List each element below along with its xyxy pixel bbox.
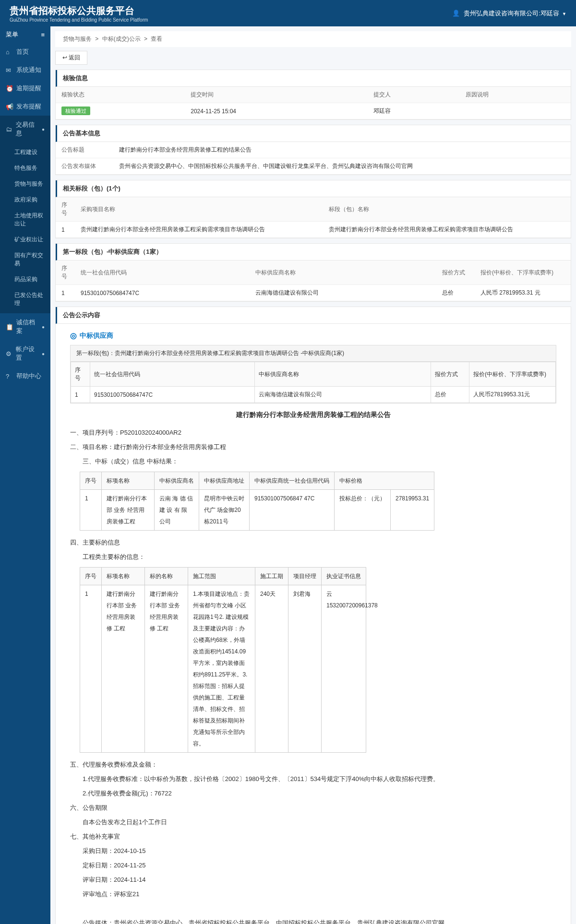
t1r2: 建行黔南分行本部 业务 经营用房装修工程 [102, 490, 155, 531]
back-button[interactable]: 返回 [55, 51, 87, 65]
menu-item-5[interactable]: 📋诚信档案● [0, 313, 50, 340]
t2h1: 序号 [80, 568, 102, 585]
announcement-main-title: 建行黔南分行本部业务经营用房装修工程的结果公告 [70, 411, 556, 419]
menu-item-2[interactable]: ⏰逾期提醒 [0, 79, 50, 97]
p7b: 定标日期：2024-11-25 [70, 859, 556, 872]
p4: 四、主要标的信息 [70, 536, 556, 549]
quote-price: 人民币 27819953.31 元 [475, 285, 571, 301]
submenu-item-5[interactable]: 矿业权出让 [0, 232, 50, 248]
table-row: 1 建行黔南分行本部 业务经营用房装修 工程 建行黔南分行本部 业务经营用房装修… [80, 585, 366, 753]
foot-line-0: 公告媒体：贵州省公共资源交易中心、贵州省招标投标公共服务平台、中国招标投标公共服… [70, 917, 556, 924]
t2h5: 施工工期 [255, 568, 288, 585]
p1: 一、项目序列号：P5201032024000AR2 [70, 426, 556, 439]
th-seq: 序号 [56, 197, 75, 222]
ath5: 报价(中标价、下浮率或费率) [469, 362, 556, 387]
th-seg-name: 标段（包）名称 [323, 197, 571, 222]
p6a: 自本公告发布之日起1个工作日 [70, 816, 556, 829]
breadcrumb: 货物与服务 > 中标(成交)公示 > 查看 [55, 31, 571, 47]
submenu-item-7[interactable]: 药品采购 [0, 272, 50, 287]
menu-icon: 📋 [6, 323, 12, 331]
th-reason: 原因说明 [460, 87, 571, 103]
winner-header: 中标供应商 [70, 331, 556, 340]
p7c: 评审日期：2024-11-14 [70, 874, 556, 886]
supp-name: 云南海德信建设有限公司 [250, 285, 436, 301]
ann-media-val: 贵州省公共资源交易中心、中国招标投标公共服务平台、中国建设银行龙集采平台、贵州弘… [113, 158, 571, 175]
submenu-item-4[interactable]: 土地使用权出让 [0, 208, 50, 232]
panel-ann-title: 公告公示内容 [56, 307, 571, 324]
menu-label: 发布提醒 [16, 102, 41, 111]
ath4: 报价方式 [431, 362, 469, 387]
p7: 七、其他补充事宜 [70, 830, 556, 843]
submenu-item-0[interactable]: 工程建设 [0, 144, 50, 160]
label-ann-media: 公告发布媒体 [56, 158, 113, 175]
t2r2: 建行黔南分行本部 业务经营用房装修 工程 [102, 585, 145, 753]
breadcrumb-2[interactable]: 中标(成交)公示 [102, 36, 141, 42]
submenu-item-1[interactable]: 特色服务 [0, 160, 50, 176]
panel-verify-title: 核验信息 [56, 70, 571, 87]
t1r4: 昆明市中铁云时代广 场金御20栋2011号 [199, 490, 250, 531]
panel-verify: 核验信息 核验状态 提交时间 提交人 原因说明 核验通过 2024-11-25 … [55, 70, 571, 120]
breadcrumb-1[interactable]: 货物与服务 [63, 36, 92, 42]
submenu-item-6[interactable]: 国有产权交易 [0, 248, 50, 272]
submenu-item-8[interactable]: 已发公告处理 [0, 287, 50, 311]
menu-icon: 📢 [6, 103, 12, 110]
sidebar: 菜单 ≡ ⌂首页✉系统通知⏰逾期提醒📢发布提醒🗂交易信息●工程建设特色服务货物与… [0, 26, 50, 924]
expand-icon: ● [42, 127, 45, 132]
t2r6: 刘君海 [288, 585, 322, 753]
p7a: 采购日期：2024-10-15 [70, 845, 556, 857]
th-person: 提交人 [368, 87, 460, 103]
t1r6b: 27819953.31 [391, 490, 434, 531]
t1h3: 中标供应商名 [155, 472, 199, 490]
atd3: 云南海德信建设有限公司 [254, 387, 431, 403]
th-status: 核验状态 [56, 87, 185, 103]
p3: 三、中标（成交）信息 中标结果： [70, 455, 556, 468]
menu-item-0[interactable]: ⌂首页 [0, 43, 50, 61]
content-area: 货物与服务 > 中标(成交)公示 > 查看 返回 核验信息 核验状态 提交时间 … [50, 26, 576, 924]
ann-title-val: 建行黔南分行本部业务经营用房装修工程的结果公告 [113, 142, 571, 158]
expand-icon: ● [42, 351, 45, 356]
ath3: 中标供应商名称 [254, 362, 431, 387]
menu-item-4[interactable]: 🗂交易信息● [0, 116, 50, 142]
th-code: 统一社会信用代码 [75, 261, 250, 285]
table-row: 1 建行黔南分行本部 业务 经营用房装修工程 云南 海 德 信 建 设 有 限 … [80, 490, 434, 531]
th-time: 提交时间 [185, 87, 368, 103]
main-bid-table: 序号 标项名称 标的名称 施工范围 施工工期 项目经理 执业证书信息 1 建行黔… [80, 567, 366, 753]
menu-icon: ? [6, 373, 12, 380]
p6: 六、公告期限 [70, 802, 556, 814]
menu-icon: 🗂 [6, 126, 12, 133]
menu-collapse-icon[interactable]: ≡ [41, 31, 45, 38]
p5: 五、代理服务收费标准及金额： [70, 758, 556, 771]
th-supp: 中标供应商名称 [250, 261, 436, 285]
p7d: 评审地点：评标室21 [70, 888, 556, 900]
user-menu[interactable]: 贵州弘典建设咨询有限公司:邓廷容 [452, 9, 566, 18]
t2r1: 1 [80, 585, 102, 753]
atd5: 人民币27819953.31元 [469, 387, 556, 403]
menu-item-6[interactable]: ⚙帐户设置● [0, 340, 50, 367]
t2h6: 项目经理 [288, 568, 322, 585]
panel-segments: 相关标段（包）(1个) 序号 采购项目名称 标段（包）名称 1 贵州建行黔南分行… [55, 180, 571, 238]
submenu-item-3[interactable]: 政府采购 [0, 192, 50, 208]
winner-box-title: 第一标段(包)：贵州建行黔南分行本部业务经营用房装修工程采购需求项目市场调研公告… [71, 345, 556, 362]
menu-label: 逾期提醒 [16, 84, 41, 93]
app-title: 贵州省招标投标公共服务平台 GuiZhou Province Tendering… [10, 4, 148, 23]
submenu-item-2[interactable]: 货物与服务 [0, 176, 50, 192]
panel-basic-title: 公告基本信息 [56, 125, 571, 142]
quote-type: 总价 [436, 285, 475, 301]
menu-item-1[interactable]: ✉系统通知 [0, 61, 50, 79]
ath1: 序号 [71, 362, 90, 387]
menu-icon: ⌂ [6, 48, 12, 56]
menu-item-7[interactable]: ?帮助中心 [0, 367, 50, 385]
menu-icon: ⏰ [6, 85, 12, 92]
t2h2: 标项名称 [102, 568, 145, 585]
panel-announcement: 公告公示内容 中标供应商 第一标段(包)：贵州建行黔南分行本部业务经营用房装修工… [55, 307, 571, 924]
seg-no: 1 [56, 222, 75, 238]
seg-name: 贵州建行黔南分行本部业务经营用房装修工程采购需求项目市场调研公告 [323, 222, 571, 238]
sidebar-title: 菜单 ≡ [0, 26, 50, 43]
menu-item-3[interactable]: 📢发布提醒 [0, 97, 50, 116]
t1r1: 1 [80, 490, 102, 531]
menu-label: 交易信息 [16, 120, 38, 138]
menu-label: 帮助中心 [16, 372, 41, 380]
t2h4: 施工范围 [188, 568, 255, 585]
label-ann-title: 公告标题 [56, 142, 113, 158]
announcement-body: 一、项目序列号：P5201032024000AR2 二、项目名称：建行黔南分行本… [70, 426, 556, 924]
